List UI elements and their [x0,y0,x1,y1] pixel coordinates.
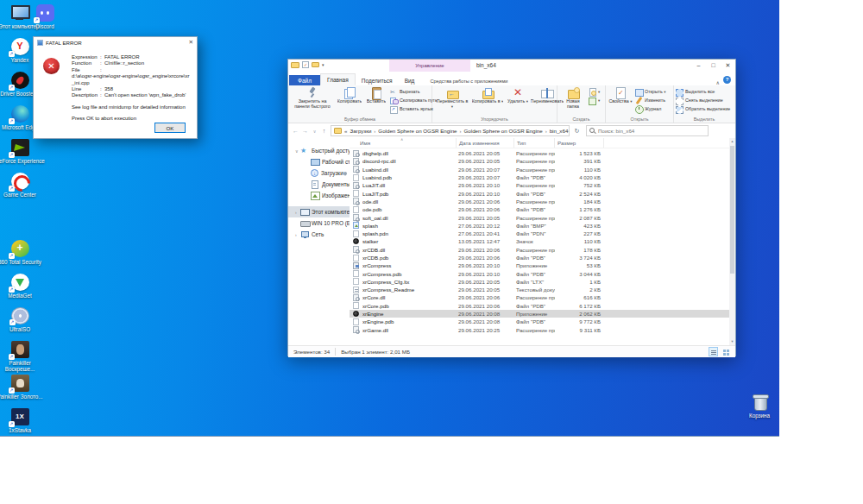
file-row[interactable]: xrCore.pdb 29.06.2021 20:06 Файл "PDB" 6… [350,302,735,310]
breadcrumb-item[interactable]: bin_x64› [550,128,569,134]
tab-app-tools[interactable]: Средства работы с приложениями [424,76,513,85]
file-row[interactable]: Luabind.dll 29.06.2021 20:07 Расширение … [350,166,735,173]
help-icon[interactable]: ? [723,76,731,84]
paste-button[interactable]: Вставить [365,86,387,104]
breadcrumb-label[interactable]: Golden Sphere on OGSR Engine [464,128,543,134]
scroll-down-icon[interactable] [729,338,735,345]
file-row[interactable]: splash 27.06.2021 20:12 Файл "BMP" 423 К… [350,222,735,230]
file-row[interactable]: xrEngine 29.06.2021 20:08 Приложение 2 0… [350,310,735,318]
breadcrumb-label[interactable]: bin_x64 [550,128,569,134]
sidebar-item[interactable]: › Этот компьютер [288,206,350,217]
forward-button[interactable] [300,128,310,134]
file-row[interactable]: xrCDB.dll 29.06.2021 20:06 Расширение пр… [350,246,735,254]
copy-to-button[interactable]: Копировать в [471,86,504,104]
properties-icon[interactable] [302,61,309,68]
file-row[interactable]: dbghelp.dll 29.06.2021 20:05 Расширение … [350,149,735,157]
file-row[interactable]: stalker 13.05.2021 12:47 Значок 110 КБ [350,237,735,245]
breadcrumb-item[interactable]: Golden Sphere on OGSR Engine› [378,128,463,134]
file-row[interactable]: ode.pdb 29.06.2021 20:06 Файл "PDB" 1 27… [350,205,735,213]
delete-button[interactable]: Удалить [506,86,530,104]
select-none-button[interactable]: Снять выделение [676,96,730,104]
file-row[interactable]: ode.dll 29.06.2021 20:06 Расширение при.… [350,198,735,205]
sidebar-item[interactable]: Документы [288,179,350,190]
copy-button[interactable]: Копировать [336,86,363,104]
file-row[interactable]: xrCore.dll 29.06.2021 20:06 Расширение п… [350,293,735,301]
collapse-ribbon-icon[interactable]: ∧ [713,79,723,85]
up-button[interactable] [319,128,329,134]
ok-button[interactable]: OK [154,123,186,133]
tab-view[interactable]: Вид [399,75,421,85]
breadcrumb-item[interactable]: Загрузки› [350,128,378,134]
file-row[interactable]: xrCompress_Readme 29.06.2021 20:05 Текст… [350,286,735,293]
desktop-icon[interactable]: ↗ Painkiller Золото... [0,375,45,400]
column-header-size[interactable]: Размер [555,138,604,148]
dialog-title-bar[interactable]: FATAL ERROR [34,37,197,47]
details-view-icon[interactable] [709,347,718,356]
cut-button[interactable]: Вырезать [390,87,438,96]
dialog-close-icon[interactable] [189,39,193,46]
properties-button[interactable]: Свойства [608,86,633,104]
desktop-icon[interactable]: ↗ 360 Total Security [0,240,45,265]
invert-selection-button[interactable]: Обратить выделение [676,104,730,113]
sidebar-item[interactable]: › Сеть [288,229,350,240]
title-bar[interactable]: Управление bin_x64 – □ ✕ [288,60,735,72]
open-button[interactable]: Открыть [635,87,666,96]
paste-shortcut-button[interactable]: Вставить ярлык [390,104,438,113]
sidebar-item[interactable]: ∨ Быстрый доступ [288,145,350,156]
move-to-button[interactable]: Переместить в [435,86,469,110]
tab-file[interactable]: Файл [289,75,320,85]
sidebar-item[interactable]: WIN 10 PRO (E:) [288,217,350,229]
column-header-type[interactable]: Тип [514,138,555,148]
pin-to-quick-access-button[interactable]: Закрепить на панели быстрого доступа [291,86,334,110]
edit-button[interactable]: Изменить [635,96,666,104]
file-row[interactable]: LuaJIT.pdb 29.06.2021 20:10 Файл "PDB" 2… [350,189,735,197]
back-button[interactable] [291,128,300,134]
tab-share[interactable]: Поделиться [356,75,399,85]
address-dropdown-icon[interactable] [568,129,570,134]
desktop-icon[interactable]: ↗ Game Center [0,173,45,198]
breadcrumb-label[interactable]: Golden Sphere on OGSR Engine [378,128,457,134]
contextual-tab-manage[interactable]: Управление [389,60,470,72]
search-box[interactable]: Поиск: bin_x64 [586,125,709,136]
file-row[interactable]: LuaJIT.dll 29.06.2021 20:10 Расширение п… [350,181,735,189]
minimize-button[interactable]: – [691,60,706,71]
breadcrumb-overflow-icon[interactable]: « [344,128,347,134]
file-row[interactable]: xrGame.dll 29.06.2021 20:25 Расширение п… [350,326,735,334]
column-header-name[interactable]: Имя [353,138,457,148]
new-folder-icon[interactable] [312,62,319,67]
desktop-icon[interactable]: ↗ Painkiller Воскреше... [0,341,45,372]
breadcrumb-item[interactable]: Golden Sphere on OGSR Engine› [464,128,550,134]
file-row[interactable]: xrCompress.pdb 29.06.2021 20:10 Файл "PD… [350,269,735,277]
file-row[interactable]: splash.pdn 27.06.2021 20:41 Файл "PDN" 2… [350,230,735,237]
column-header-date[interactable]: Дата изменения [457,138,514,148]
desktop-icon[interactable]: ↗ UltraISO [0,307,45,332]
qat-dropdown-icon[interactable] [322,62,324,67]
file-row[interactable]: xrCompress 29.06.2021 20:10 Приложение 5… [350,261,735,269]
file-row[interactable]: discord-rpc.dll 29.06.2021 20:05 Расшире… [350,157,735,165]
file-row[interactable]: soft_oal.dll 29.06.2021 20:05 Расширение… [350,213,735,221]
breadcrumb[interactable]: « Загрузки› Golden Sphere on OGSR Engine… [331,125,570,136]
scrollbar-thumb[interactable] [730,146,734,274]
desktop-icon[interactable]: ↗ 1xStavka [0,408,45,433]
sidebar-item[interactable]: Загрузки [288,167,350,179]
recent-locations-icon[interactable] [310,129,319,134]
select-all-button[interactable]: Выделить все [676,87,730,96]
desktop-icon[interactable]: ↗ Discord [20,4,70,29]
easy-access-button[interactable] [589,96,600,104]
file-row[interactable]: xrCompress_Cfg.ltx 29.06.2021 20:05 Файл… [350,278,735,286]
desktop-icon[interactable]: ↗ GeForce Experience [0,139,45,164]
file-row[interactable]: xrCDB.pdb 29.06.2021 20:06 Файл "PDB" 3 … [350,254,735,261]
vertical-scrollbar[interactable] [729,138,735,345]
new-folder-button[interactable]: Новая папка [560,86,586,110]
scroll-up-icon[interactable] [729,138,735,145]
sidebar-item[interactable]: Изображения [288,190,350,201]
breadcrumb-label[interactable]: Загрузки [350,128,371,134]
maximize-button[interactable]: □ [706,60,721,71]
copy-path-button[interactable]: Скопировать путь [390,96,438,104]
file-row[interactable]: Luabind.pdb 29.06.2021 20:07 Файл "PDB" … [350,173,735,181]
new-item-button[interactable] [589,87,600,96]
file-row[interactable]: xrEngine.pdb 29.06.2021 20:08 Файл "PDB"… [350,318,735,325]
desktop-icon[interactable]: ↗ Корзина [734,394,779,419]
large-icons-view-icon[interactable] [721,347,730,356]
tab-home[interactable]: Главная [320,73,356,85]
